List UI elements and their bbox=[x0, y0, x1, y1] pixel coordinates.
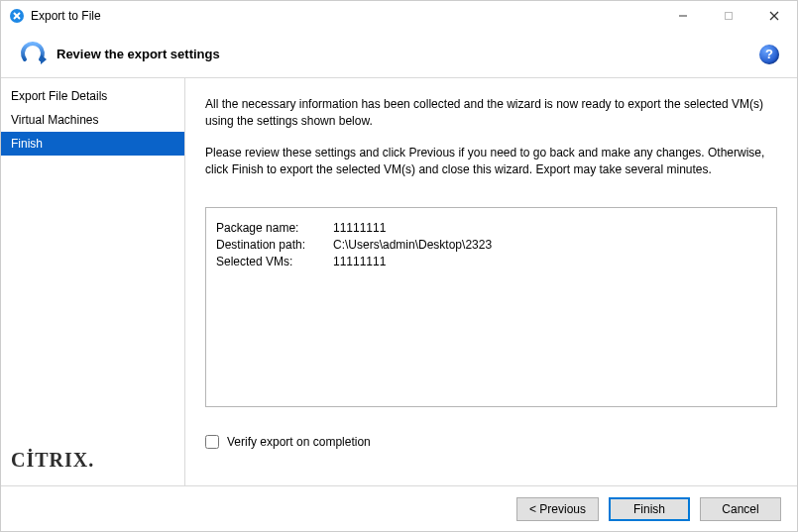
brand-dot: . bbox=[88, 449, 94, 471]
minimize-button[interactable] bbox=[660, 1, 706, 31]
summary-row: Selected VMs: 11111111 bbox=[216, 255, 766, 268]
summary-label-selected-vms: Selected VMs: bbox=[216, 255, 333, 268]
summary-label-package-name: Package name: bbox=[216, 221, 333, 235]
sidebar-item-finish[interactable]: Finish bbox=[1, 132, 184, 156]
verify-row: Verify export on completion bbox=[205, 435, 777, 449]
wizard-title: Review the export settings bbox=[57, 47, 220, 61]
intro-paragraph-2: Please review these settings and click P… bbox=[205, 145, 777, 179]
verify-checkbox[interactable] bbox=[205, 435, 219, 449]
wizard-content: All the necessary information has been c… bbox=[185, 78, 797, 485]
wizard-header: Review the export settings ? bbox=[1, 31, 797, 78]
summary-row: Destination path: C:\Users\admin\Desktop… bbox=[216, 238, 766, 252]
sidebar-item-label: Virtual Machines bbox=[11, 113, 99, 127]
previous-button[interactable]: < Previous bbox=[516, 497, 599, 521]
finish-button[interactable]: Finish bbox=[609, 497, 690, 521]
summary-value-selected-vms: 11111111 bbox=[333, 255, 766, 268]
intro-text: All the necessary information has been c… bbox=[205, 96, 777, 193]
help-icon[interactable]: ? bbox=[759, 45, 779, 64]
sidebar-item-label: Export File Details bbox=[11, 89, 107, 103]
svg-rect-4 bbox=[726, 13, 733, 20]
close-button[interactable] bbox=[751, 1, 797, 31]
app-icon bbox=[9, 8, 25, 24]
sidebar-item-virtual-machines[interactable]: Virtual Machines bbox=[1, 108, 184, 132]
window-controls bbox=[660, 1, 797, 31]
maximize-button[interactable] bbox=[706, 1, 751, 31]
sidebar-item-label: Finish bbox=[11, 137, 43, 151]
titlebar: Export to File bbox=[1, 1, 797, 31]
settings-summary-box: Package name: 11111111 Destination path:… bbox=[205, 207, 777, 407]
wizard-sidebar: Export File Details Virtual Machines Fin… bbox=[1, 78, 185, 485]
summary-row: Package name: 11111111 bbox=[216, 221, 766, 235]
brand-logo: CİTRIX. bbox=[1, 449, 184, 485]
intro-paragraph-1: All the necessary information has been c… bbox=[205, 96, 777, 131]
summary-value-package-name: 11111111 bbox=[333, 221, 766, 235]
cancel-button[interactable]: Cancel bbox=[700, 497, 781, 521]
wizard-icon bbox=[19, 41, 47, 68]
summary-value-destination-path: C:\Users\admin\Desktop\2323 bbox=[333, 238, 766, 252]
verify-label[interactable]: Verify export on completion bbox=[227, 435, 371, 449]
brand-text: CİTRIX bbox=[11, 449, 88, 471]
sidebar-item-export-file-details[interactable]: Export File Details bbox=[1, 84, 184, 108]
window-title: Export to File bbox=[31, 9, 101, 23]
wizard-footer: < Previous Finish Cancel bbox=[1, 485, 797, 531]
summary-label-destination-path: Destination path: bbox=[216, 238, 333, 252]
